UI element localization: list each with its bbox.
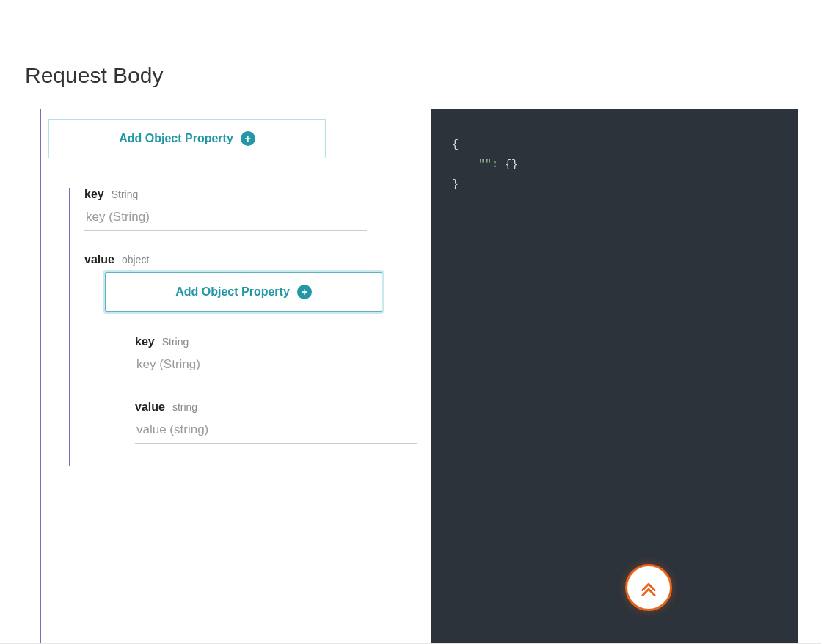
chevron-double-up-icon (638, 577, 659, 598)
nested-property-block: key String value string (120, 335, 411, 466)
nested-key-field-label: key (135, 335, 155, 348)
key-field-label: key (84, 188, 104, 201)
code-line-close-brace: } (452, 178, 459, 191)
property-block: key String value object Add Object Prope… (69, 188, 411, 466)
nested-value-input[interactable] (135, 418, 417, 444)
nested-value-field-block: value string (135, 400, 411, 444)
plus-circle-icon: + (297, 285, 312, 299)
value-field-label: value (84, 253, 114, 266)
nested-key-input[interactable] (135, 353, 417, 378)
add-object-property-label: Add Object Property (119, 132, 233, 145)
scroll-to-top-button[interactable] (625, 564, 672, 611)
page-title: Request Body (25, 63, 163, 88)
value-field-type: object (122, 254, 149, 266)
code-key: "" (478, 158, 492, 171)
add-object-property-button[interactable]: Add Object Property + (48, 119, 326, 158)
value-field-block: value object Add Object Property + key S… (84, 253, 411, 466)
add-nested-object-property-button[interactable]: Add Object Property + (105, 272, 382, 312)
plus-circle-icon: + (241, 131, 255, 146)
nested-key-field-block: key String (135, 335, 411, 378)
key-field-type: String (112, 189, 139, 200)
code-line-open-brace: { (452, 139, 459, 151)
nested-value-field-label: value (135, 400, 165, 414)
key-field-block: key String (84, 188, 411, 231)
nested-value-field-type: string (172, 401, 197, 413)
code-after-key: : {} (492, 158, 518, 171)
key-input[interactable] (84, 205, 367, 231)
json-preview-panel: { "": {} } (431, 109, 798, 644)
nested-key-field-type: String (162, 336, 189, 348)
schema-builder-panel: Add Object Property + key String value o… (40, 109, 411, 644)
add-nested-object-property-label: Add Object Property (175, 285, 290, 299)
